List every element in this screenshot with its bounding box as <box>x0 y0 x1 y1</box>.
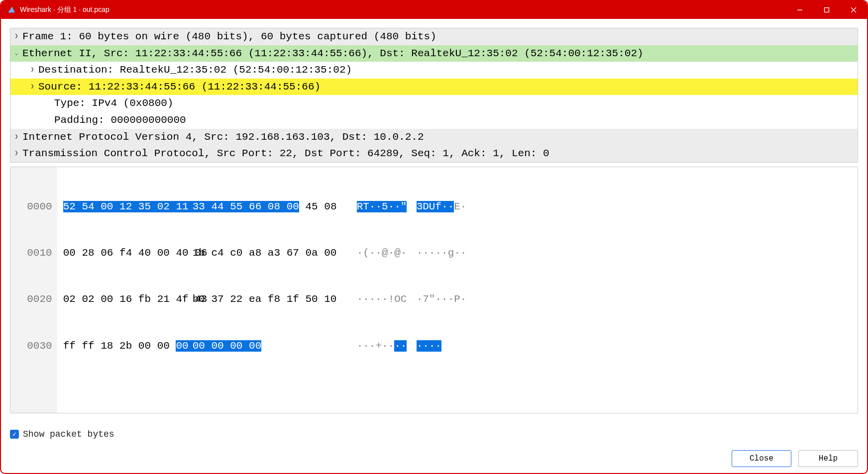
tree-row-ethernet[interactable]: ⌄ Ethernet II, Src: 11:22:33:44:55:66 (1… <box>10 45 858 62</box>
tree-label: Transmission Control Protocol, Src Port:… <box>22 145 854 162</box>
close-button[interactable]: Close <box>732 450 791 467</box>
hex-bytes-selected: 00 00 00 00 <box>193 340 262 352</box>
tree-row-ip[interactable]: ❯ Internet Protocol Version 4, Src: 192.… <box>10 129 858 146</box>
collapse-icon[interactable]: ⌄ <box>10 49 22 58</box>
ascii-selected: ·· <box>394 340 407 352</box>
tree-label: Source: 11:22:33:44:55:66 (11:22:33:44:5… <box>38 79 854 95</box>
hex-bytes: 1b c4 c0 a8 a3 67 0a 00 <box>193 245 322 261</box>
ascii-bytes: ·····!OC <box>357 291 417 307</box>
packet-details-tree[interactable]: ❯ Frame 1: 60 bytes on wire (480 bits), … <box>10 28 858 163</box>
hex-bytes-selected: 52 54 00 12 35 02 11 22 <box>63 201 208 212</box>
tree-label: Internet Protocol Version 4, Src: 192.16… <box>22 129 854 146</box>
help-button[interactable]: Help <box>798 450 858 467</box>
hex-view[interactable]: 0000 0010 0020 0030 52 54 00 12 35 02 11… <box>10 167 858 413</box>
close-window-button[interactable] <box>840 1 867 19</box>
ascii-selected: 3DUf·· <box>417 201 454 212</box>
hex-bytes: b0 37 22 ea f8 1f 50 10 <box>193 291 322 307</box>
tree-row-padding[interactable]: Padding: 000000000000 <box>10 112 858 129</box>
ascii-bytes: E· <box>454 201 466 212</box>
ascii-bytes: ·····g·· <box>417 245 476 261</box>
expand-icon[interactable]: ❯ <box>26 65 38 75</box>
tree-label: Ethernet II, Src: 11:22:33:44:55:66 (11:… <box>22 45 854 62</box>
show-packet-bytes-checkbox[interactable]: ✓ Show packet bytes <box>10 429 858 439</box>
hex-row[interactable]: 52 54 00 12 35 02 11 22 33 44 55 66 08 0… <box>63 199 476 214</box>
hex-bytes: 02 02 00 16 fb 21 4f 43 <box>63 291 193 307</box>
expand-icon[interactable]: ❯ <box>10 149 22 158</box>
tree-row-tcp[interactable]: ❯ Transmission Control Protocol, Src Por… <box>10 145 858 162</box>
minimize-button[interactable] <box>786 1 813 19</box>
tree-row-source[interactable]: ❯ Source: 11:22:33:44:55:66 (11:22:33:44… <box>10 79 858 95</box>
ascii-selected: ···· <box>417 340 441 352</box>
tree-row-destination[interactable]: ❯ Destination: RealtekU_12:35:02 (52:54:… <box>10 62 858 79</box>
expand-icon[interactable]: ❯ <box>26 82 38 92</box>
expand-icon[interactable]: ❯ <box>10 132 22 142</box>
hex-row[interactable]: 02 02 00 16 fb 21 4f 43 b0 37 22 ea f8 1… <box>63 291 476 307</box>
hex-offsets: 0000 0010 0020 0030 <box>10 167 57 413</box>
tree-label: Padding: 000000000000 <box>38 112 854 129</box>
ascii-selected: RT··5··" <box>357 201 407 212</box>
hex-bytes: ff ff 18 2b 00 00 <box>63 340 176 352</box>
hex-bytes: 00 28 06 f4 40 00 40 06 <box>63 245 193 261</box>
maximize-button[interactable] <box>813 1 840 19</box>
svg-rect-1 <box>825 8 829 12</box>
titlebar[interactable]: Wireshark · 分组 1 · out.pcap <box>1 1 867 19</box>
hex-body[interactable]: 52 54 00 12 35 02 11 22 33 44 55 66 08 0… <box>57 167 476 413</box>
checkbox-icon: ✓ <box>10 430 19 439</box>
tree-row-type[interactable]: Type: IPv4 (0x0800) <box>10 95 858 112</box>
tree-label: Destination: RealtekU_12:35:02 (52:54:00… <box>38 62 854 79</box>
ascii-bytes: ·7"···P· <box>417 291 476 307</box>
hex-row[interactable]: ff ff 18 2b 00 00 00 00 00 00 00 00 ···+… <box>63 338 476 354</box>
app-icon <box>7 5 16 14</box>
hex-bytes-selected: 33 44 55 66 08 00 <box>193 201 299 212</box>
hex-row[interactable]: 00 28 06 f4 40 00 40 06 1b c4 c0 a8 a3 6… <box>63 245 476 261</box>
ascii-bytes: ···+·· <box>357 340 395 352</box>
window-title: Wireshark · 分组 1 · out.pcap <box>20 5 786 14</box>
ascii-bytes: ·(··@·@· <box>357 245 417 261</box>
tree-label: Type: IPv4 (0x0800) <box>38 95 854 112</box>
tree-label: Frame 1: 60 bytes on wire (480 bits), 60… <box>22 28 854 45</box>
expand-icon[interactable]: ❯ <box>10 32 22 41</box>
tree-row-frame[interactable]: ❯ Frame 1: 60 bytes on wire (480 bits), … <box>10 28 858 45</box>
checkbox-label: Show packet bytes <box>23 429 114 439</box>
